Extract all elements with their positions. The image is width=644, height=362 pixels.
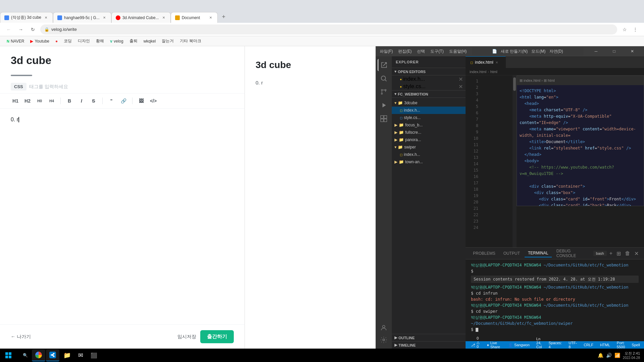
close-icon-2[interactable]: ✕: [459, 83, 466, 90]
open-editors-header[interactable]: ▾ OPEN EDITORS: [392, 68, 466, 75]
taskbar-mail[interactable]: ✉: [75, 349, 87, 361]
outline-header[interactable]: ▶ OUTLINE: [392, 334, 466, 341]
start-button[interactable]: [0, 349, 17, 362]
bookmark-naver[interactable]: N NAVER: [4, 38, 27, 44]
terminal-content[interactable]: 박상원@LAPTOP-CPQDTHI4 MINGW64 ~/Documents/…: [466, 259, 644, 341]
tab-debug[interactable]: DEBUG CONSOLE: [553, 247, 592, 259]
status-position[interactable]: Ln 24, Col 8: [535, 337, 543, 349]
settings-icon[interactable]: [378, 334, 390, 346]
taskbar-network[interactable]: 📶: [614, 353, 620, 358]
back-button[interactable]: ←: [4, 25, 13, 34]
editor-tab-index[interactable]: ◻ index.html ✕: [466, 56, 506, 68]
status-spaces[interactable]: Spaces: 4: [547, 341, 563, 349]
open-file-index[interactable]: ● index.h... ✕: [392, 75, 466, 83]
file-swiper-index[interactable]: ◻ index.h...: [392, 151, 466, 158]
vscode-search-bar[interactable]: 📄 새로 만들기(N) 모드(M) 자연(D): [472, 48, 583, 55]
vscode-menu-file[interactable]: 파일(F): [380, 49, 393, 54]
timeline-header[interactable]: ▶ TIMELINE: [392, 341, 466, 349]
strikethrough-button[interactable]: S: [89, 96, 98, 106]
editor-content[interactable]: 0. r: [0, 109, 245, 324]
status-spell[interactable]: Spell: [630, 343, 641, 347]
folder-swiper[interactable]: ▾ 📁 swiper: [392, 143, 466, 151]
status-encoding[interactable]: UTF-8: [567, 341, 578, 349]
terminal-trash[interactable]: 🗑: [624, 250, 632, 256]
tag-input[interactable]: 태그를 입력하세요: [29, 84, 68, 90]
tab-3[interactable]: 3d Animated Cube... ✕: [111, 12, 171, 23]
tab-4-close[interactable]: ✕: [208, 15, 213, 20]
taskbar-terminal[interactable]: ⬛: [87, 349, 101, 361]
folder-town[interactable]: ▶ 📁 town-an...: [392, 158, 466, 166]
taskbar-chrome[interactable]: [32, 349, 45, 361]
bookmark-youtube[interactable]: ▶ Youtube: [28, 38, 52, 44]
vscode-menu-edit[interactable]: 편집(E): [398, 49, 412, 54]
editor-scrollbar[interactable]: [513, 75, 517, 247]
address-bar[interactable]: 🔒 velog.io/write: [40, 24, 617, 35]
breadcrumb-file[interactable]: index.html: [470, 70, 486, 74]
h4-button[interactable]: H4: [47, 96, 56, 106]
bookmark-velog[interactable]: v velog: [107, 38, 126, 44]
bookmark-star[interactable]: ☆: [620, 25, 629, 34]
taskbar-search[interactable]: 🔍: [19, 349, 31, 361]
close-button[interactable]: ✕: [625, 46, 640, 56]
tab-4[interactable]: Document ✕: [171, 12, 218, 23]
folder-focus[interactable]: ▶ 📁 focus_b...: [392, 121, 466, 129]
new-tab-button[interactable]: +: [219, 12, 228, 21]
tab-1-close[interactable]: ✕: [43, 15, 49, 20]
tab-terminal[interactable]: TERMINAL: [525, 249, 552, 257]
search-icon[interactable]: [378, 72, 390, 84]
image-button[interactable]: 🖼: [137, 96, 146, 106]
bookmark-coding[interactable]: 코딩: [61, 38, 74, 45]
explorer-icon[interactable]: [378, 59, 390, 71]
bookmark-rest[interactable]: 잘는거: [159, 38, 176, 45]
account-icon[interactable]: [378, 322, 390, 334]
vscode-menu-view[interactable]: 도구(T): [430, 49, 443, 54]
h2-button[interactable]: H2: [23, 96, 32, 106]
more-button[interactable]: ⋮: [631, 25, 640, 34]
link-button[interactable]: 🔗: [119, 96, 128, 106]
bookmark-circle[interactable]: ●: [53, 38, 60, 44]
run-icon[interactable]: [378, 99, 390, 111]
tab-3-close[interactable]: ✕: [161, 15, 166, 20]
forward-button[interactable]: →: [16, 25, 25, 34]
file-index-html[interactable]: ◻ index.h...: [392, 107, 466, 114]
taskbar-vscode[interactable]: [46, 349, 59, 361]
breadcrumb-node[interactable]: html: [490, 70, 497, 74]
quote-button[interactable]: ": [107, 96, 116, 106]
fc-folder-header[interactable]: ▾ FC_WEBMOTION: [392, 90, 466, 98]
folder-fullscreen[interactable]: ▶ 📁 fullscre...: [392, 129, 466, 136]
taskbar-notification[interactable]: 🔔: [598, 353, 603, 358]
terminal-close[interactable]: ✕: [633, 250, 640, 257]
close-icon-1[interactable]: ✕: [459, 76, 466, 82]
open-file-style[interactable]: ● style.cs... ✕: [392, 83, 466, 90]
italic-button[interactable]: I: [77, 96, 86, 106]
bookmark-wkqkel[interactable]: wkqkel: [141, 38, 159, 44]
taskbar-file-explorer[interactable]: 📁: [60, 349, 74, 361]
status-branch[interactable]: ⎇ 0 △ 0 ⓘ: [470, 336, 482, 349]
folder-panorama[interactable]: ▶ 📁 panora...: [392, 136, 466, 143]
back-button[interactable]: ← 나가기: [11, 334, 31, 340]
bookmark-attendance[interactable]: 출퇴: [127, 38, 140, 45]
file-style-css[interactable]: ◻ style.cs...: [392, 114, 466, 121]
editor-tab-close[interactable]: ✕: [495, 61, 498, 64]
draft-button[interactable]: 임시저장: [177, 330, 196, 343]
bookmark-design[interactable]: 디자인: [75, 38, 93, 45]
folder-3dcube[interactable]: ▾ 📁 3dcube: [392, 99, 466, 107]
reload-button[interactable]: ↻: [28, 25, 38, 34]
extensions-icon[interactable]: [378, 113, 390, 125]
bold-button[interactable]: B: [65, 96, 74, 106]
maximize-button[interactable]: □: [606, 46, 622, 56]
h0-button[interactable]: H0: [35, 96, 44, 106]
vscode-menu-help[interactable]: 도움말(H): [449, 49, 467, 54]
publish-button[interactable]: 출간하기: [200, 330, 234, 343]
status-line-ending[interactable]: CRLF: [582, 343, 595, 347]
h1-button[interactable]: H1: [11, 96, 20, 106]
terminal-add[interactable]: +: [608, 250, 614, 256]
tab-2[interactable]: hanghae99-5c | G... ✕: [53, 12, 111, 23]
editor-title[interactable]: 3d cube: [11, 54, 234, 67]
tab-output[interactable]: OUTPUT: [500, 250, 523, 257]
tab-problems[interactable]: PROBLEMS: [470, 250, 499, 257]
tab-1[interactable]: (작성중) 3d cube ✕: [0, 12, 53, 23]
minimize-button[interactable]: ─: [588, 46, 604, 56]
code-button[interactable]: </>: [149, 96, 158, 106]
bookmark-more[interactable]: 기타 북마크: [177, 38, 204, 45]
